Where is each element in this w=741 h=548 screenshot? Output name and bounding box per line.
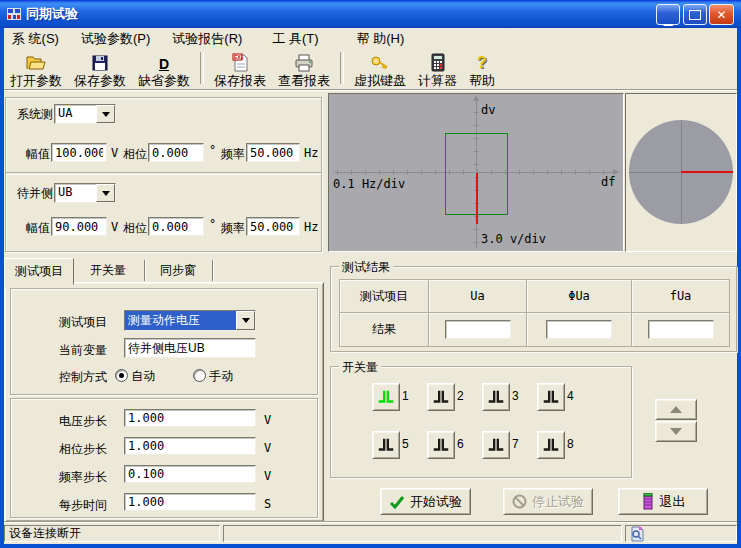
phase-step-input[interactable] bbox=[124, 437, 256, 455]
freq-step-unit: V bbox=[264, 469, 271, 483]
menu-tools[interactable]: 工 具(T) bbox=[264, 28, 326, 50]
tab-test-item[interactable]: 测试项目 bbox=[4, 258, 74, 285]
switch-contact-icon bbox=[541, 435, 561, 455]
tab-switches[interactable]: 开关量 bbox=[72, 260, 145, 281]
open-params-button[interactable]: 打开参数 bbox=[4, 51, 68, 90]
maximize-button[interactable] bbox=[683, 4, 707, 25]
phase-step-label: 相位步长 bbox=[59, 441, 107, 458]
menu-help[interactable]: 帮 助(H) bbox=[349, 28, 413, 50]
current-var-input[interactable] bbox=[124, 338, 256, 358]
chevron-down-icon[interactable] bbox=[96, 105, 115, 123]
close-button[interactable]: ✕ bbox=[709, 4, 734, 25]
stop-test-button[interactable]: 停止试验 bbox=[503, 488, 593, 515]
results-header-phi-ua: ΦUa bbox=[526, 279, 632, 313]
app-icon bbox=[6, 6, 22, 22]
current-var-label: 当前变量 bbox=[59, 342, 107, 359]
standby-phase-input[interactable] bbox=[148, 217, 204, 236]
save-report-button[interactable]: EXL 保存报表 bbox=[208, 51, 272, 90]
test-item-label: 测试项目 bbox=[59, 314, 107, 331]
toolbar: 打开参数 保存参数 D 缺省参数 EXL 保存报表 查看报表 虚拟键盘 计算器 bbox=[4, 50, 737, 88]
view-report-icon bbox=[294, 52, 314, 72]
switch-number: 1 bbox=[402, 389, 409, 403]
virtual-keyboard-button[interactable]: 虚拟键盘 bbox=[348, 51, 412, 90]
save-report-icon: EXL bbox=[231, 52, 249, 72]
control-mode-label: 控制方式 bbox=[59, 369, 107, 386]
help-button[interactable]: ? 帮助 bbox=[463, 51, 501, 90]
switch-number: 8 bbox=[567, 437, 574, 451]
exit-button[interactable]: 退出 bbox=[618, 488, 708, 515]
window-title: 同期试验 bbox=[26, 5, 78, 23]
window-border-bottom bbox=[0, 544, 741, 548]
synchroscope-pointer bbox=[681, 171, 733, 173]
amp-label: 幅值 bbox=[26, 220, 50, 237]
y-scale-label: 3.0 v/div bbox=[481, 232, 546, 246]
system-freq-input[interactable] bbox=[246, 143, 300, 162]
standby-freq-input[interactable] bbox=[246, 217, 300, 236]
arrow-down-icon bbox=[670, 428, 682, 435]
manual-radio[interactable]: 手动 bbox=[193, 368, 233, 385]
result-phi-ua-field[interactable] bbox=[546, 320, 612, 339]
switch-button-6[interactable] bbox=[427, 431, 455, 459]
system-phase-input[interactable] bbox=[148, 143, 204, 162]
y-axis-arrow-icon bbox=[473, 95, 479, 101]
menu-test-report[interactable]: 试验报告(R) bbox=[164, 28, 250, 50]
status-panel-right bbox=[625, 525, 737, 542]
synchroscope-panel bbox=[625, 93, 737, 252]
menu-test-params[interactable]: 试验参数(P) bbox=[73, 28, 158, 50]
phase-label: 相位 bbox=[123, 146, 147, 163]
save-floppy-icon bbox=[91, 52, 109, 72]
results-row-label: 结果 bbox=[339, 312, 429, 347]
switch-button-3[interactable] bbox=[482, 383, 510, 411]
virtual-keyboard-icon bbox=[370, 52, 390, 72]
switch-group: 开关量 1 2 3 4 5 6 7 8 bbox=[330, 366, 632, 478]
chevron-down-icon[interactable] bbox=[236, 311, 255, 330]
status-message: 设备连接断开 bbox=[4, 525, 220, 542]
exit-door-icon bbox=[641, 493, 655, 510]
result-f-ua-field[interactable] bbox=[648, 320, 714, 339]
scroll-up-button[interactable] bbox=[655, 399, 697, 420]
switch-button-4[interactable] bbox=[537, 383, 565, 411]
minimize-button[interactable]: ▁ bbox=[656, 4, 680, 25]
results-header-f-ua: fUa bbox=[631, 279, 730, 313]
standby-channel-combo[interactable]: UB bbox=[54, 183, 116, 203]
auto-radio[interactable]: 自动 bbox=[115, 368, 155, 385]
step-time-label: 每步时间 bbox=[59, 497, 107, 514]
results-group-label: 测试结果 bbox=[339, 259, 393, 276]
chevron-down-icon[interactable] bbox=[96, 184, 115, 202]
tab-sync-window[interactable]: 同步窗 bbox=[144, 260, 213, 281]
df-axis-label: df bbox=[601, 175, 615, 189]
system-amp-input[interactable] bbox=[51, 143, 107, 162]
switch-contact-icon bbox=[486, 435, 506, 455]
default-params-button[interactable]: D 缺省参数 bbox=[132, 51, 196, 90]
switch-number: 6 bbox=[457, 437, 464, 451]
save-params-button[interactable]: 保存参数 bbox=[68, 51, 132, 90]
voltage-step-unit: V bbox=[264, 413, 271, 427]
freq-unit: Hz bbox=[304, 220, 318, 234]
result-ua-field[interactable] bbox=[445, 320, 511, 339]
switch-group-label: 开关量 bbox=[339, 359, 381, 376]
switch-contact-icon bbox=[431, 435, 451, 455]
switch-number: 5 bbox=[402, 437, 409, 451]
menu-bar: 系 统(S) 试验参数(P) 试验报告(R) 工 具(T) 帮 助(H) bbox=[4, 28, 737, 50]
freq-step-input[interactable] bbox=[124, 465, 256, 483]
test-item-combo[interactable]: 测量动作电压 bbox=[124, 310, 256, 331]
standby-amp-input[interactable] bbox=[51, 217, 107, 236]
status-panel-empty bbox=[223, 525, 622, 542]
scroll-down-button[interactable] bbox=[655, 421, 697, 442]
switch-button-8[interactable] bbox=[537, 431, 565, 459]
switch-number: 7 bbox=[512, 437, 519, 451]
start-test-button[interactable]: 开始试验 bbox=[380, 488, 471, 515]
switch-button-7[interactable] bbox=[482, 431, 510, 459]
voltage-step-input[interactable] bbox=[124, 409, 256, 427]
switch-button-1[interactable] bbox=[372, 383, 400, 411]
view-report-button[interactable]: 查看报表 bbox=[272, 51, 336, 90]
system-channel-combo[interactable]: UA bbox=[54, 104, 116, 124]
step-size-group: 电压步长 V 相位步长 V 频率步长 V 每步时间 S bbox=[10, 398, 318, 518]
calculator-button[interactable]: 计算器 bbox=[412, 51, 463, 90]
menu-system[interactable]: 系 统(S) bbox=[4, 28, 67, 50]
system-side-label: 系统测 bbox=[17, 106, 53, 123]
results-header-item: 测试项目 bbox=[339, 279, 429, 313]
switch-button-2[interactable] bbox=[427, 383, 455, 411]
switch-button-5[interactable] bbox=[372, 431, 400, 459]
step-time-input[interactable] bbox=[124, 493, 256, 511]
